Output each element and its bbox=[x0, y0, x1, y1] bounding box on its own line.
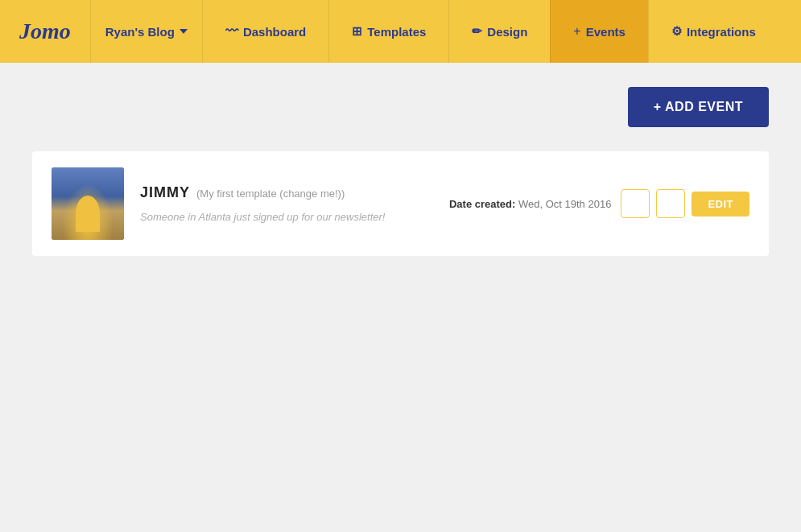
thumbnail-image bbox=[52, 167, 124, 240]
template-thumbnail bbox=[52, 167, 124, 240]
nav-blog[interactable]: Ryan's Blog bbox=[90, 0, 202, 63]
date-created: Date created: Wed, Oct 19th 2016 bbox=[449, 198, 611, 210]
delete-button[interactable] bbox=[621, 189, 650, 218]
templates-icon: ⊞ bbox=[352, 24, 362, 39]
nav-templates[interactable]: ⊞ Templates bbox=[328, 0, 448, 63]
plus-icon: + bbox=[573, 24, 580, 39]
edit-button[interactable]: EDIT bbox=[692, 192, 749, 217]
nav-events[interactable]: + Events bbox=[550, 0, 648, 63]
template-subtitle: (My first template (change me!)) bbox=[196, 188, 345, 200]
navbar: Jomo Ryan's Blog 〰 Dashboard ⊞ Templates… bbox=[0, 0, 801, 63]
nav-dashboard[interactable]: 〰 Dashboard bbox=[202, 0, 328, 63]
main-content: + ADD EVENT JIMMY (My first template (ch… bbox=[0, 63, 801, 280]
nav-integrations[interactable]: ⚙ Integrations bbox=[648, 0, 778, 63]
nav-design[interactable]: ✏ Design bbox=[448, 0, 550, 63]
template-meta: Date created: Wed, Oct 19th 2016 bbox=[449, 189, 749, 218]
template-actions: EDIT bbox=[621, 189, 749, 218]
template-name-row: JIMMY (My first template (change me!)) bbox=[140, 184, 433, 201]
template-name: JIMMY bbox=[140, 184, 190, 201]
dashboard-icon: 〰 bbox=[225, 24, 238, 39]
add-event-row: + ADD EVENT bbox=[32, 87, 769, 127]
design-icon: ✏ bbox=[472, 24, 482, 39]
date-created-label: Date created: bbox=[449, 198, 515, 210]
add-event-button[interactable]: + ADD EVENT bbox=[628, 87, 769, 127]
copy-button[interactable] bbox=[656, 189, 685, 218]
template-card: JIMMY (My first template (change me!)) S… bbox=[32, 151, 769, 256]
date-created-value: Wed, Oct 19th 2016 bbox=[518, 198, 611, 210]
template-info: JIMMY (My first template (change me!)) S… bbox=[140, 184, 433, 223]
logo: Jomo bbox=[0, 0, 90, 63]
chevron-down-icon bbox=[180, 29, 188, 34]
template-preview: Someone in Atlanta just signed up for ou… bbox=[140, 211, 433, 223]
integrations-icon: ⚙ bbox=[671, 24, 682, 39]
